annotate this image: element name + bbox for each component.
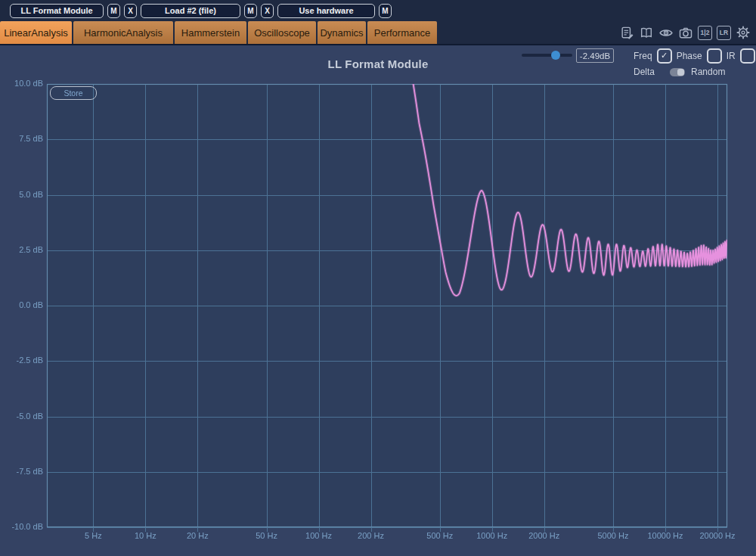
x-axis-tick-label: 2000 Hz bbox=[522, 531, 567, 540]
y-axis-tick-label: -5.0 dB bbox=[2, 412, 43, 421]
y-axis-tick-label: 10.0 dB bbox=[2, 79, 43, 88]
tab-linear-analysis[interactable]: LinearAnalysis bbox=[0, 21, 72, 44]
phase-checkbox[interactable] bbox=[707, 48, 722, 64]
plugin-slot-3-button[interactable]: Use hardware bbox=[277, 4, 375, 18]
tab-harmonic-analysis[interactable]: HarmonicAnalysis bbox=[73, 21, 173, 44]
plugin-slot-1-close-button[interactable]: X bbox=[124, 4, 137, 18]
x-axis-tick-label: 5000 Hz bbox=[590, 531, 636, 540]
tab-hammerstein[interactable]: Hammerstein bbox=[175, 21, 246, 44]
gain-slider-knob[interactable] bbox=[551, 51, 560, 60]
y-axis-tick-label: -2.5 dB bbox=[2, 356, 43, 365]
y-axis-tick-label: -7.5 dB bbox=[2, 467, 43, 476]
x-axis-tick-label: 100 Hz bbox=[296, 531, 342, 540]
display-mode-row: Freq ✓ Phase IR bbox=[634, 48, 755, 63]
y-axis-tick-label: 2.5 dB bbox=[2, 245, 43, 254]
delta-label: Delta bbox=[634, 67, 655, 77]
x-axis-tick-label: 50 Hz bbox=[244, 531, 290, 540]
x-axis-tick-label: 500 Hz bbox=[417, 531, 463, 540]
y-axis-tick-label: 5.0 dB bbox=[2, 190, 43, 199]
plugin-slot-1-mute-button[interactable]: M bbox=[107, 4, 120, 18]
toggle-knob bbox=[677, 69, 684, 76]
toolbar-icon-row: 1|2 LR bbox=[620, 21, 756, 44]
one-two-compare-icon[interactable]: 1|2 bbox=[698, 26, 712, 40]
phase-checkbox-label: Phase bbox=[677, 51, 702, 61]
plugin-slot-bar: LL Format Module M X Load #2 (file) M X … bbox=[0, 0, 756, 21]
plugin-slot-1-button[interactable]: LL Format Module bbox=[10, 4, 104, 18]
store-button[interactable]: Store bbox=[50, 86, 97, 100]
plugin-slot-3-mute-button[interactable]: M bbox=[379, 4, 392, 18]
gain-value-box[interactable]: -2.49dB bbox=[576, 48, 614, 63]
x-axis-tick-label: 20 Hz bbox=[175, 531, 220, 540]
tab-performance[interactable]: Performance bbox=[367, 21, 437, 44]
ir-checkbox[interactable] bbox=[740, 48, 755, 64]
freq-checkbox[interactable]: ✓ bbox=[657, 48, 672, 64]
camera-icon[interactable] bbox=[678, 26, 693, 40]
tab-oscilloscope[interactable]: Oscilloscope bbox=[248, 21, 316, 44]
x-axis-tick-label: 1000 Hz bbox=[469, 531, 515, 540]
lr-channel-icon[interactable]: LR bbox=[717, 26, 731, 40]
x-axis-tick-label: 20000 Hz bbox=[695, 531, 740, 540]
x-axis-tick-label: 10 Hz bbox=[122, 531, 168, 540]
x-axis-tick-label: 200 Hz bbox=[349, 531, 394, 540]
freq-checkbox-label: Freq bbox=[634, 51, 652, 61]
gear-icon[interactable] bbox=[736, 25, 751, 40]
analysis-tab-bar: LinearAnalysis HarmonicAnalysis Hammerst… bbox=[0, 21, 756, 45]
x-axis-tick-label: 5 Hz bbox=[70, 531, 116, 540]
gain-slider-track[interactable] bbox=[522, 54, 572, 57]
delta-random-toggle[interactable] bbox=[670, 68, 685, 76]
frequency-response-plot bbox=[0, 0, 756, 556]
plugin-slot-2-close-button[interactable]: X bbox=[261, 4, 274, 18]
notes-icon[interactable] bbox=[620, 26, 634, 40]
y-axis-tick-label: 7.5 dB bbox=[2, 134, 43, 143]
eye-icon[interactable] bbox=[658, 26, 674, 40]
delta-random-row: Delta Random bbox=[634, 67, 725, 77]
y-axis-tick-label: 0.0 dB bbox=[2, 300, 43, 309]
y-axis-tick-label: -10.0 dB bbox=[2, 522, 43, 531]
ir-checkbox-label: IR bbox=[727, 51, 736, 61]
plugin-slot-2-mute-button[interactable]: M bbox=[244, 4, 257, 18]
book-icon[interactable] bbox=[639, 26, 654, 40]
tab-dynamics[interactable]: Dynamics bbox=[318, 21, 366, 44]
plugin-slot-2-button[interactable]: Load #2 (file) bbox=[141, 4, 240, 18]
random-label: Random bbox=[691, 67, 725, 77]
x-axis-tick-label: 10000 Hz bbox=[643, 531, 688, 540]
